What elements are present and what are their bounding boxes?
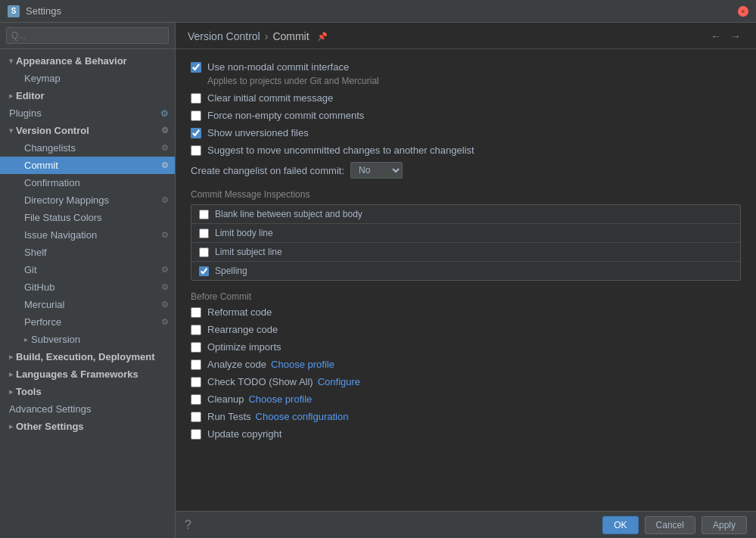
check-todo-label[interactable]: Check TODO (Show All) [191, 376, 313, 387]
app-icon: S [8, 5, 20, 17]
sidebar-item-shelf[interactable]: Shelf [0, 244, 175, 261]
before-commit-section-label: Before Commit [191, 291, 741, 302]
sidebar-item-commit[interactable]: Commit ⚙ [0, 157, 175, 174]
update-copyright-label[interactable]: Update copyright [191, 428, 282, 440]
force-non-empty-label[interactable]: Force non-empty commit comments [191, 110, 364, 121]
content-header: Version Control › Commit 📌 ← → [176, 23, 756, 49]
spelling-label[interactable]: Spelling [215, 266, 247, 276]
cleanup-link[interactable]: Choose profile [248, 393, 312, 405]
clear-initial-label[interactable]: Clear initial commit message [191, 92, 333, 104]
run-tests-row: Run Tests Choose configuration [191, 411, 741, 422]
chevron-right-icon: ▸ [9, 370, 13, 378]
limit-body-checkbox[interactable] [199, 229, 209, 238]
issue-nav-settings-icon: ⚙ [161, 230, 169, 240]
sidebar-item-git[interactable]: Git ⚙ [0, 261, 175, 278]
analyze-code-checkbox[interactable] [191, 359, 201, 370]
cleanup-checkbox[interactable] [191, 394, 201, 405]
run-tests-label[interactable]: Run Tests [191, 411, 251, 422]
search-input[interactable] [6, 27, 169, 44]
sidebar-item-build-execution[interactable]: ▸ Build, Execution, Deployment [0, 348, 175, 365]
reformat-code-checkbox[interactable] [191, 307, 201, 318]
analyze-code-row: Analyze code Choose profile [191, 359, 741, 370]
run-tests-link[interactable]: Choose configuration [256, 411, 349, 422]
suggest-move-checkbox[interactable] [191, 145, 201, 156]
sidebar-item-editor[interactable]: ▸ Editor [0, 87, 175, 104]
nav-forward-button[interactable]: → [727, 30, 744, 42]
footer-bar: ? OK Cancel Apply [176, 511, 756, 538]
force-non-empty-text: Force non-empty commit comments [207, 110, 364, 121]
sidebar-item-mercurial[interactable]: Mercurial ⚙ [0, 296, 175, 313]
inspections-section-label: Commit Message Inspections [191, 189, 741, 200]
sidebar-item-confirmation[interactable]: Confirmation [0, 174, 175, 191]
sidebar-item-subversion[interactable]: ▸ Subversion [0, 331, 175, 348]
sidebar-item-tools[interactable]: ▸ Tools [0, 383, 175, 400]
optimize-imports-text: Optimize imports [207, 341, 282, 353]
content-body: Use non-modal commit interface Applies t… [176, 49, 756, 511]
nav-back-button[interactable]: ← [708, 30, 724, 42]
force-non-empty-checkbox[interactable] [191, 110, 201, 121]
breadcrumb-parent[interactable]: Version Control [188, 30, 260, 42]
sidebar-item-advanced-settings[interactable]: Advanced Settings [0, 400, 175, 418]
create-changelist-select[interactable]: No Yes Ask [350, 162, 403, 179]
analyze-code-link[interactable]: Choose profile [271, 359, 334, 370]
commit-settings-icon: ⚙ [161, 160, 169, 170]
check-todo-link[interactable]: Configure [318, 376, 360, 387]
check-todo-checkbox[interactable] [191, 377, 201, 387]
sidebar-item-plugins[interactable]: Plugins ⚙ [0, 104, 175, 122]
spelling-checkbox[interactable] [199, 266, 209, 276]
limit-body-label[interactable]: Limit body line [215, 228, 273, 238]
sidebar-item-label: Editor [16, 90, 45, 101]
cancel-button[interactable]: Cancel [645, 516, 695, 534]
help-button[interactable]: ? [185, 518, 191, 532]
check-todo-text: Check TODO (Show All) [207, 376, 313, 387]
sidebar-item-label: Perforce [24, 316, 61, 328]
apply-button[interactable]: Apply [702, 516, 747, 534]
git-settings-icon: ⚙ [161, 265, 169, 275]
use-non-modal-checkbox[interactable] [191, 62, 201, 73]
sidebar-item-file-status-colors[interactable]: File Status Colors [0, 209, 175, 226]
limit-subject-checkbox[interactable] [199, 247, 209, 257]
sidebar-item-perforce[interactable]: Perforce ⚙ [0, 313, 175, 331]
before-commit-section: Before Commit Reformat code Rearrange co… [191, 291, 741, 440]
optimize-imports-row: Optimize imports [191, 341, 741, 353]
rearrange-code-checkbox[interactable] [191, 325, 201, 335]
blank-line-checkbox[interactable] [199, 210, 209, 219]
ok-button[interactable]: OK [602, 516, 638, 534]
show-unversioned-checkbox[interactable] [191, 128, 201, 138]
clear-initial-checkbox[interactable] [191, 93, 201, 104]
reformat-code-text: Reformat code [207, 306, 272, 318]
optimize-imports-label[interactable]: Optimize imports [191, 341, 282, 353]
sidebar-item-other-settings[interactable]: ▸ Other Settings [0, 418, 175, 435]
sidebar-item-version-control[interactable]: ▾ Version Control ⚙ [0, 122, 175, 139]
show-unversioned-label[interactable]: Show unversioned files [191, 127, 309, 138]
sidebar-item-languages-frameworks[interactable]: ▸ Languages & Frameworks [0, 365, 175, 383]
close-button[interactable]: × [738, 6, 748, 17]
chevron-right-icon: ▸ [9, 422, 13, 431]
update-copyright-row: Update copyright [191, 428, 741, 440]
clear-initial-text: Clear initial commit message [207, 92, 333, 104]
use-non-modal-label[interactable]: Use non-modal commit interface [191, 61, 349, 73]
limit-subject-label[interactable]: Limit subject line [215, 247, 282, 257]
optimize-imports-checkbox[interactable] [191, 342, 201, 353]
pin-icon[interactable]: 📌 [317, 32, 328, 42]
blank-line-label[interactable]: Blank line between subject and body [215, 209, 362, 219]
rearrange-code-label[interactable]: Rearrange code [191, 324, 278, 335]
reformat-code-label[interactable]: Reformat code [191, 306, 272, 318]
sidebar-item-changelists[interactable]: Changelists ⚙ [0, 139, 175, 157]
sidebar-item-label: Tools [16, 386, 42, 397]
analyze-code-label[interactable]: Analyze code [191, 359, 266, 370]
suggest-move-label[interactable]: Suggest to move uncommitted changes to a… [191, 145, 474, 156]
sidebar-item-directory-mappings[interactable]: Directory Mappings ⚙ [0, 191, 175, 209]
cleanup-label[interactable]: Cleanup [191, 393, 244, 405]
inspection-limit-subject: Limit subject line [191, 243, 740, 262]
chevron-right-icon: ▸ [24, 335, 28, 344]
sidebar-item-issue-navigation[interactable]: Issue Navigation ⚙ [0, 226, 175, 244]
run-tests-checkbox[interactable] [191, 412, 201, 422]
update-copyright-checkbox[interactable] [191, 429, 201, 440]
sidebar-item-label: Subversion [31, 334, 80, 345]
content-area: Version Control › Commit 📌 ← → Use non-m… [176, 23, 756, 538]
sidebar-item-keymap[interactable]: Keymap [0, 70, 175, 87]
sidebar-item-github[interactable]: GitHub ⚙ [0, 278, 175, 296]
inspection-limit-body: Limit body line [191, 224, 740, 243]
sidebar-item-appearance[interactable]: ▾ Appearance & Behavior [0, 52, 175, 70]
